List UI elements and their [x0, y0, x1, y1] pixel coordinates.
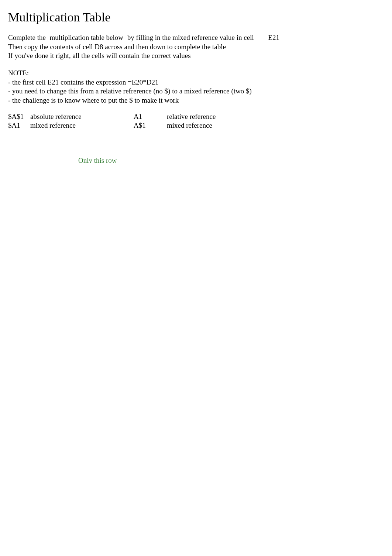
ref-abs-sym: $A$1: [8, 113, 30, 121]
ref-rel-lbl: relative reference: [167, 113, 241, 121]
ref-abs-lbl: absolute reference: [30, 113, 134, 121]
ref-mix1-lbl: mixed reference: [30, 121, 134, 130]
note-heading: NOTE:: [8, 69, 384, 78]
instr-1b: multiplication table below: [50, 34, 123, 41]
instr-2: Then copy the contents of cell D8 across…: [8, 42, 384, 52]
note-l1: - the first cell E21 contains the expres…: [8, 78, 384, 87]
ref-mix2-lbl: mixed reference: [167, 121, 241, 130]
instr-3: If you've done it right, all the cells w…: [8, 51, 384, 61]
instr-cellref: E21: [268, 34, 279, 41]
note-block: NOTE: - the first cell E21 contains the …: [8, 69, 384, 105]
ref-mix1-sym: $A1: [8, 121, 30, 130]
ref-rel-sym: A1: [134, 113, 167, 121]
note-l2: - you need to change this from a relativ…: [8, 87, 384, 96]
note-l3: - the challenge is to know where to put …: [8, 96, 384, 105]
ref-mix2-sym: A$1: [134, 121, 167, 130]
row-hint-1: Only this row: [78, 155, 117, 163]
instr-1c: by filling in the mixed reference value …: [127, 34, 254, 41]
row-hint: Only this row is absolute ê: [78, 155, 117, 163]
reference-legend: $A$1 absolute reference A1 relative refe…: [8, 113, 384, 130]
instr-1a: Complete the: [8, 34, 46, 41]
page-title: Multiplication Table: [8, 10, 384, 24]
instructions: Complete the multiplication table below …: [8, 33, 384, 61]
